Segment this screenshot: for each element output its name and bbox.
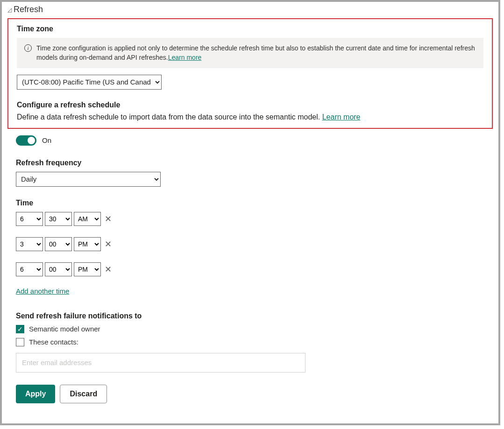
time-label: Time xyxy=(16,199,484,207)
remove-time-icon[interactable]: ✕ xyxy=(104,215,113,223)
timezone-info-bar: i Time zone configuration is applied not… xyxy=(17,38,483,68)
time-minute-select[interactable]: 00 xyxy=(45,262,72,276)
highlight-region: Time zone i Time zone configuration is a… xyxy=(7,18,493,129)
info-icon: i xyxy=(24,44,32,52)
notify-label: Send refresh failure notifications to xyxy=(16,312,484,320)
schedule-learn-more-link[interactable]: Learn more xyxy=(322,113,361,121)
toggle-label: On xyxy=(42,136,51,144)
owner-checkbox-label: Semantic model owner xyxy=(29,325,100,333)
timezone-title: Time zone xyxy=(17,25,483,33)
time-ampm-select[interactable]: PM xyxy=(74,262,101,276)
time-row: 6 00 PM ✕ xyxy=(16,262,484,276)
time-hour-select[interactable]: 3 xyxy=(16,237,43,251)
schedule-title: Configure a refresh schedule xyxy=(17,101,483,109)
chevron-expanded-icon: ◿ xyxy=(7,7,12,13)
time-hour-select[interactable]: 6 xyxy=(16,262,43,276)
owner-checkbox[interactable]: ✓ xyxy=(16,325,24,333)
time-minute-select[interactable]: 30 xyxy=(45,212,72,226)
time-row: 6 30 AM ✕ xyxy=(16,212,484,226)
add-another-time-link[interactable]: Add another time xyxy=(16,287,69,295)
contacts-checkbox-label: These contacts: xyxy=(29,338,78,346)
timezone-select[interactable]: (UTC-08:00) Pacific Time (US and Canada) xyxy=(17,75,162,90)
time-hour-select[interactable]: 6 xyxy=(16,212,43,226)
time-row: 3 00 PM ✕ xyxy=(16,237,484,251)
contacts-checkbox[interactable] xyxy=(16,338,24,346)
frequency-label: Refresh frequency xyxy=(16,159,484,167)
frequency-select[interactable]: Daily xyxy=(16,172,161,187)
time-ampm-select[interactable]: AM xyxy=(74,212,101,226)
refresh-section-header[interactable]: ◿ Refresh xyxy=(7,5,493,14)
section-title: Refresh xyxy=(14,5,43,14)
timezone-info-text: Time zone configuration is applied not o… xyxy=(36,43,476,63)
time-minute-select[interactable]: 00 xyxy=(45,237,72,251)
schedule-description: Define a data refresh schedule to import… xyxy=(17,113,483,121)
remove-time-icon[interactable]: ✕ xyxy=(104,265,113,274)
apply-button[interactable]: Apply xyxy=(16,385,55,403)
toggle-knob xyxy=(28,137,35,144)
settings-panel: ◿ Refresh Time zone i Time zone configur… xyxy=(0,0,500,425)
contacts-email-input[interactable] xyxy=(16,353,305,373)
discard-button[interactable]: Discard xyxy=(60,385,107,403)
time-rows: 6 30 AM ✕ 3 00 PM ✕ 6 00 PM ✕ xyxy=(16,212,484,276)
timezone-learn-more-link[interactable]: Learn more xyxy=(168,54,202,61)
time-ampm-select[interactable]: PM xyxy=(74,237,101,251)
remove-time-icon[interactable]: ✕ xyxy=(104,240,113,248)
schedule-toggle[interactable] xyxy=(16,135,36,146)
